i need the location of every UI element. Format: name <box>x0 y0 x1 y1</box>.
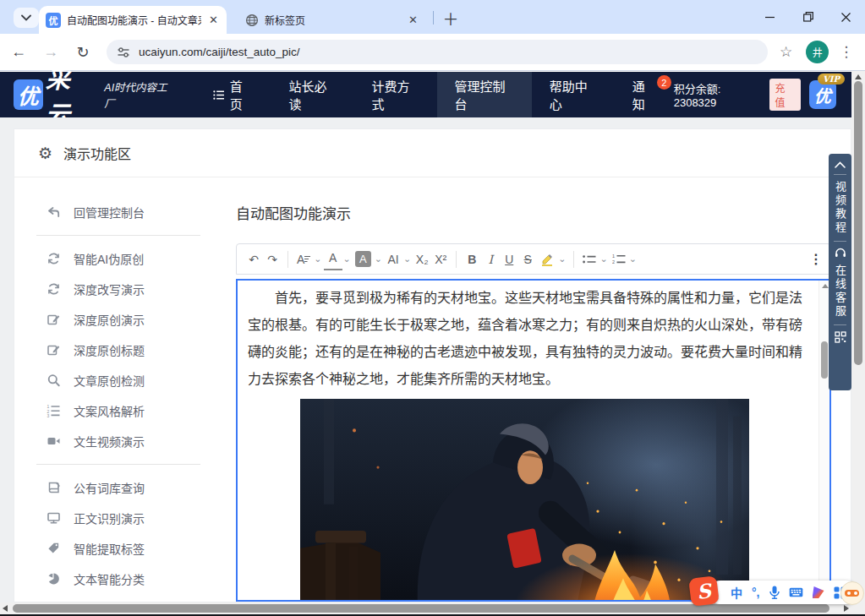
bullet-list-button[interactable] <box>580 248 599 270</box>
headset-icon[interactable] <box>835 248 846 259</box>
italic-button[interactable]: I <box>481 248 500 270</box>
tab-active[interactable]: 优 自动配图功能演示 - 自动文章采 ✕ <box>39 6 227 34</box>
user-avatar[interactable]: 优 VIP <box>809 80 836 109</box>
lines-icon <box>304 255 310 263</box>
new-tab-button[interactable]: ＋ <box>440 7 462 29</box>
nav-item-console[interactable]: 管理控制台 <box>437 72 532 117</box>
bullet-list-icon <box>583 254 596 264</box>
refresh-icon <box>47 282 61 296</box>
scroll-up-arrow[interactable] <box>822 284 829 288</box>
site-logo-icon[interactable]: 优 <box>14 79 43 110</box>
editor-scrollbar-thumb[interactable] <box>821 341 828 379</box>
site-settings-icon <box>117 46 130 59</box>
window-controls <box>751 0 865 34</box>
page-vertical-scrollbar[interactable] <box>851 71 865 616</box>
chevron-down-icon[interactable]: ⌄ <box>629 253 637 264</box>
scroll-up-arrow[interactable] <box>855 74 862 79</box>
sidebar-item-public-thesaurus[interactable]: 公有词库查询 <box>14 472 222 503</box>
profile-avatar[interactable]: 井 <box>806 41 829 63</box>
floating-side-panel: 视频教程 在线客服 <box>829 154 851 390</box>
nav-item-help[interactable]: 帮助中心 <box>532 72 615 117</box>
ime-mode-button[interactable]: 中 <box>731 584 742 601</box>
tab-search-button[interactable] <box>14 8 39 28</box>
browser-menu-icon[interactable]: ⋮ <box>839 43 853 61</box>
sidebar-item-extract-tags[interactable]: 智能提取标签 <box>14 533 222 564</box>
sidebar-item-deep-rewrite[interactable]: 深度改写演示 <box>14 274 222 304</box>
scroll-left-arrow[interactable] <box>3 605 8 612</box>
article-image[interactable] <box>300 399 749 602</box>
close-window-button[interactable] <box>827 0 865 34</box>
back-button[interactable]: ← <box>5 43 32 61</box>
sidebar-item-style-analysis[interactable]: 123 文案风格解析 <box>14 395 222 426</box>
sidebar-item-ai-rewrite[interactable]: 智能AI伪原创 <box>14 243 222 274</box>
ordered-list-icon: 12 <box>612 253 626 264</box>
sidebar-item-deep-original[interactable]: 深度原创演示 <box>14 304 222 335</box>
mascot-eye <box>854 591 857 595</box>
chevron-down-icon[interactable]: ⌄ <box>599 253 607 264</box>
vertical-scrollbar-thumb[interactable] <box>854 81 862 365</box>
scroll-right-arrow[interactable] <box>844 605 849 612</box>
ime-skin-icon[interactable] <box>813 586 824 598</box>
chevron-up-icon[interactable] <box>835 161 846 168</box>
subscript-button[interactable]: X₂ <box>413 248 431 270</box>
forward-button[interactable]: → <box>37 43 64 61</box>
editor-content[interactable]: 首先，要寻觅到极为稀有的天材地宝。这些天材地宝需具备特殊的属性和力量，它们是法宝… <box>236 279 831 602</box>
sidebar-item-back-console[interactable]: 回管理控制台 <box>14 197 222 227</box>
restore-button[interactable] <box>789 0 827 34</box>
bg-color-button[interactable]: A <box>353 248 374 270</box>
tab-new-tab-page[interactable]: 新标签页 ✕ <box>238 6 426 34</box>
card-header: ⚙ 演示功能区 <box>14 129 851 177</box>
nav-item-home[interactable]: 首页 <box>195 72 271 117</box>
sidebar-item-body-recognition[interactable]: 正文识别演示 <box>14 503 222 533</box>
address-bar[interactable]: ucaiyun.com/caiji/test_auto_pic/ <box>107 40 768 64</box>
ime-logo[interactable]: S <box>688 575 720 607</box>
chevron-down-icon[interactable]: ⌄ <box>375 253 382 264</box>
highlight-button[interactable] <box>537 248 557 270</box>
keyboard-icon[interactable] <box>789 587 803 597</box>
chevron-down-icon[interactable]: ⌄ <box>558 253 566 264</box>
back-arrow-icon <box>47 205 61 219</box>
strikethrough-button[interactable]: S <box>518 248 537 270</box>
ordered-list-button[interactable]: 12 <box>610 248 628 270</box>
font-size-button[interactable]: A <box>294 248 313 270</box>
bold-button[interactable]: B <box>463 248 481 270</box>
chevron-down-icon[interactable]: ⌄ <box>403 253 411 264</box>
superscript-button[interactable]: X² <box>431 248 450 270</box>
book-icon <box>47 481 61 494</box>
tab-close-icon[interactable]: ✕ <box>407 14 419 26</box>
page-horizontal-scrollbar[interactable] <box>0 602 851 614</box>
ai-tools-button[interactable]: AI <box>384 248 402 270</box>
horizontal-scrollbar-thumb[interactable] <box>13 604 829 613</box>
font-color-button[interactable]: A <box>324 248 342 270</box>
microphone-icon[interactable] <box>769 586 780 599</box>
video-tutorial-button[interactable]: 视频教程 <box>835 181 846 235</box>
sidebar-item-text-to-video[interactable]: 文生视频演示 <box>14 426 222 456</box>
sidebar-item-label: 公有词库查询 <box>74 479 145 496</box>
tab-close-icon[interactable]: ✕ <box>207 14 220 26</box>
bookmark-star-icon[interactable]: ☆ <box>780 43 792 61</box>
sidebar-item-original-title[interactable]: 深度原创标题 <box>14 335 222 365</box>
chevron-down-icon[interactable]: ⌄ <box>314 253 321 264</box>
ime-mascot-icon[interactable] <box>840 581 864 605</box>
article-paragraph[interactable]: 首先，要寻觅到极为稀有的天材地宝。这些天材地宝需具备特殊的属性和力量，它们是法宝… <box>238 281 829 393</box>
underline-button[interactable]: U <box>500 248 518 270</box>
nav-item-notifications[interactable]: 通知 2 <box>615 72 674 117</box>
qr-code-icon[interactable] <box>835 331 846 343</box>
nav-item-label: 站长必读 <box>288 77 336 112</box>
browser-window: 优 自动配图功能演示 - 自动文章采 ✕ 新标签页 ✕ ＋ ← → ↻ ucai… <box>0 0 865 616</box>
online-service-button[interactable]: 在线客服 <box>835 264 846 319</box>
recharge-button[interactable]: 充值 <box>769 79 801 111</box>
panel-divider <box>834 241 846 242</box>
sidebar-item-label: 文章原创检测 <box>74 372 145 389</box>
toolbar-more-button[interactable]: ⋮ <box>809 251 823 267</box>
minimize-button[interactable] <box>751 0 789 34</box>
ime-punctuation-button[interactable]: °, <box>752 586 760 599</box>
sidebar-item-originality-check[interactable]: 文章原创检测 <box>14 365 222 395</box>
sidebar-item-text-classification[interactable]: 文本智能分类 <box>14 564 222 594</box>
redo-button[interactable]: ↷ <box>263 248 282 270</box>
nav-item-pricing[interactable]: 计费方式 <box>354 72 437 117</box>
globe-icon <box>245 14 259 27</box>
chevron-down-icon[interactable]: ⌄ <box>343 253 351 264</box>
undo-button[interactable]: ↶ <box>244 248 263 270</box>
nav-item-must-read[interactable]: 站长必读 <box>271 72 353 117</box>
